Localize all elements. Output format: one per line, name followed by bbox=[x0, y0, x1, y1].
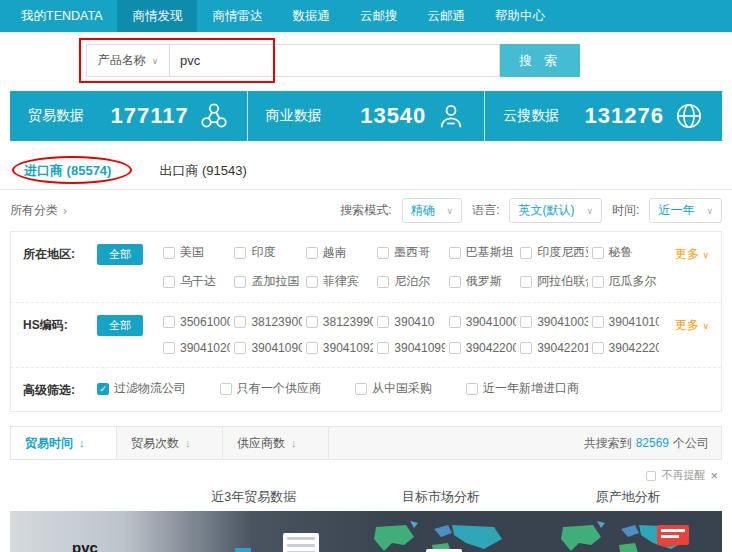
checkbox-icon[interactable] bbox=[377, 247, 389, 259]
sort-trade-count[interactable]: 贸易次数 ↓ bbox=[117, 427, 223, 459]
checkbox-icon[interactable] bbox=[163, 316, 175, 328]
hscode-checkbox-item[interactable]: 39041003 bbox=[520, 315, 587, 329]
checkbox-icon[interactable] bbox=[306, 316, 318, 328]
hscode-checkbox-item[interactable]: 39041020 bbox=[163, 341, 230, 355]
nav-item-radar[interactable]: 商情雷达 bbox=[197, 0, 277, 32]
region-all-button[interactable]: 全部 bbox=[97, 244, 143, 265]
hscode-all-button[interactable]: 全部 bbox=[97, 315, 143, 336]
checkbox-icon[interactable] bbox=[520, 342, 532, 354]
checkbox-icon[interactable] bbox=[377, 316, 389, 328]
checkbox-icon[interactable] bbox=[466, 383, 478, 395]
hscode-checkbox-item[interactable]: 38123990 bbox=[306, 315, 373, 329]
checkbox-icon[interactable] bbox=[163, 276, 175, 288]
tab-exporters[interactable]: 出口商 (91543) bbox=[157, 153, 248, 189]
checkbox-icon[interactable] bbox=[355, 383, 367, 395]
hscode-checkbox-item[interactable]: 39041090 bbox=[234, 341, 301, 355]
checkbox-icon[interactable] bbox=[306, 342, 318, 354]
checkbox-icon[interactable] bbox=[592, 342, 604, 354]
checkbox-icon[interactable] bbox=[592, 316, 604, 328]
sort-supplier-count[interactable]: 供应商数 ↓ bbox=[223, 427, 329, 459]
checkbox-icon[interactable] bbox=[592, 247, 604, 259]
search-row: 产品名称 ∨ 搜 索 bbox=[0, 32, 732, 89]
region-checkbox-item[interactable]: 阿拉伯联合... bbox=[520, 273, 587, 290]
hscode-checkbox-item[interactable]: 39041099 bbox=[377, 341, 444, 355]
filter-panel: 所在地区: 全部 美国 印度 越南 墨西哥 巴基斯坦 印度尼西亚 秘鲁 乌干达 … bbox=[10, 231, 722, 412]
checkbox-icon[interactable] bbox=[234, 247, 246, 259]
breadcrumb[interactable]: 所有分类 › bbox=[10, 202, 67, 219]
advanced-checkbox-single-supplier[interactable]: 只有一个供应商 bbox=[220, 380, 321, 397]
region-checkbox-item[interactable]: 菲律宾 bbox=[306, 273, 373, 290]
checkbox-icon[interactable] bbox=[377, 276, 389, 288]
checkbox-icon[interactable] bbox=[449, 276, 461, 288]
nav-item-help[interactable]: 帮助中心 bbox=[480, 0, 560, 32]
checkbox-icon[interactable] bbox=[592, 276, 604, 288]
region-checkbox-item[interactable]: 印度尼西亚 bbox=[520, 244, 587, 261]
stat-trade-data[interactable]: 贸易数据 177117 bbox=[10, 91, 247, 141]
region-more-link[interactable]: 更多 ∨ bbox=[659, 244, 709, 263]
sort-trade-time[interactable]: 贸易时间 ↓ bbox=[11, 427, 117, 459]
search-mode-select[interactable]: 精确 ∨ bbox=[402, 198, 463, 223]
stat-cloud-search-data[interactable]: 云搜数据 131276 bbox=[484, 91, 722, 141]
region-checkbox-item[interactable]: 俄罗斯 bbox=[449, 273, 516, 290]
region-checkbox-item[interactable]: 秘鲁 bbox=[592, 244, 659, 261]
checkbox-checked-icon[interactable]: ✓ bbox=[97, 383, 109, 395]
nav-item-cloudmail[interactable]: 云邮通 bbox=[412, 0, 480, 32]
region-checkbox-item[interactable]: 墨西哥 bbox=[377, 244, 444, 261]
checkbox-icon[interactable] bbox=[306, 276, 318, 288]
language-select[interactable]: 英文(默认) ∨ bbox=[509, 198, 602, 223]
globe-icon bbox=[674, 101, 704, 131]
nav-item-my-tendata[interactable]: 我的TENDATA bbox=[6, 0, 117, 32]
checkbox-icon[interactable] bbox=[234, 276, 246, 288]
tab-importers[interactable]: 进口商 (85574) bbox=[22, 153, 113, 189]
sort-label: 供应商数 bbox=[237, 435, 285, 452]
checkbox-icon[interactable] bbox=[449, 316, 461, 328]
region-checkbox-item[interactable]: 乌干达 bbox=[163, 273, 230, 290]
hscode-checkbox-item[interactable]: 35061000 bbox=[163, 315, 230, 329]
advanced-checkbox-from-china[interactable]: 从中国采购 bbox=[355, 380, 432, 397]
region-checkbox-item[interactable]: 厄瓜多尔 bbox=[592, 273, 659, 290]
hscode-checkbox-item[interactable]: 39042201 bbox=[520, 341, 587, 355]
hscode-checkbox-item[interactable]: 39041000 bbox=[449, 315, 516, 329]
stat-value: 131276 bbox=[585, 103, 664, 129]
time-select[interactable]: 近一年 ∨ bbox=[649, 198, 722, 223]
hscode-checkbox-item[interactable]: 38123900 bbox=[234, 315, 301, 329]
hscode-checkbox-item[interactable]: 39041010 bbox=[592, 315, 659, 329]
checkbox-icon[interactable] bbox=[520, 276, 532, 288]
analysis-banner[interactable]: 近3年贸易数据 目标市场分析 原产地分析 pvc 全球贸易分析 bbox=[10, 485, 722, 552]
nav-item-discovery[interactable]: 商情发现 bbox=[117, 0, 197, 32]
checkbox-icon[interactable] bbox=[163, 247, 175, 259]
stat-business-data[interactable]: 商业数据 13540 bbox=[247, 91, 485, 141]
hscode-more-link[interactable]: 更多 ∨ bbox=[659, 315, 709, 334]
nav-item-datatong[interactable]: 数据通 bbox=[277, 0, 345, 32]
banner-body[interactable]: pvc 全球贸易分析 bbox=[10, 511, 722, 552]
region-checkbox-item[interactable]: 印度 bbox=[234, 244, 301, 261]
hscode-checkbox-item[interactable]: 39042220 bbox=[592, 341, 659, 355]
advanced-checkbox-filter-logistics[interactable]: ✓过滤物流公司 bbox=[97, 380, 186, 397]
region-checkbox-item[interactable]: 巴基斯坦 bbox=[449, 244, 516, 261]
region-checkbox-item[interactable]: 尼泊尔 bbox=[377, 273, 444, 290]
search-button[interactable]: 搜 索 bbox=[500, 44, 580, 77]
hscode-checkbox-item[interactable]: 390410 bbox=[377, 315, 444, 329]
checkbox-icon[interactable] bbox=[306, 247, 318, 259]
checkbox-icon[interactable] bbox=[220, 383, 232, 395]
region-checkbox-item[interactable]: 越南 bbox=[306, 244, 373, 261]
checkbox-icon[interactable] bbox=[520, 316, 532, 328]
hscode-checkbox-item[interactable]: 39042200 bbox=[449, 341, 516, 355]
checkbox-icon[interactable] bbox=[234, 342, 246, 354]
result-count[interactable]: 82569 bbox=[636, 436, 669, 450]
close-icon[interactable]: × bbox=[710, 468, 718, 483]
search-category-select[interactable]: 产品名称 ∨ bbox=[86, 44, 170, 77]
checkbox-icon[interactable] bbox=[449, 342, 461, 354]
checkbox-icon[interactable] bbox=[234, 316, 246, 328]
hscode-checkbox-item[interactable]: 39041092 bbox=[306, 341, 373, 355]
nav-item-cloudmail-search[interactable]: 云邮搜 bbox=[345, 0, 413, 32]
region-checkbox-item[interactable]: 美国 bbox=[163, 244, 230, 261]
region-checkbox-item[interactable]: 孟加拉国 bbox=[234, 273, 301, 290]
checkbox-icon[interactable] bbox=[377, 342, 389, 354]
search-input[interactable] bbox=[170, 44, 500, 77]
checkbox-icon[interactable] bbox=[163, 342, 175, 354]
checkbox-icon[interactable] bbox=[520, 247, 532, 259]
checkbox-icon[interactable] bbox=[449, 247, 461, 259]
dismiss-checkbox[interactable] bbox=[646, 471, 656, 481]
advanced-checkbox-new-importers[interactable]: 近一年新增进口商 bbox=[466, 380, 579, 397]
